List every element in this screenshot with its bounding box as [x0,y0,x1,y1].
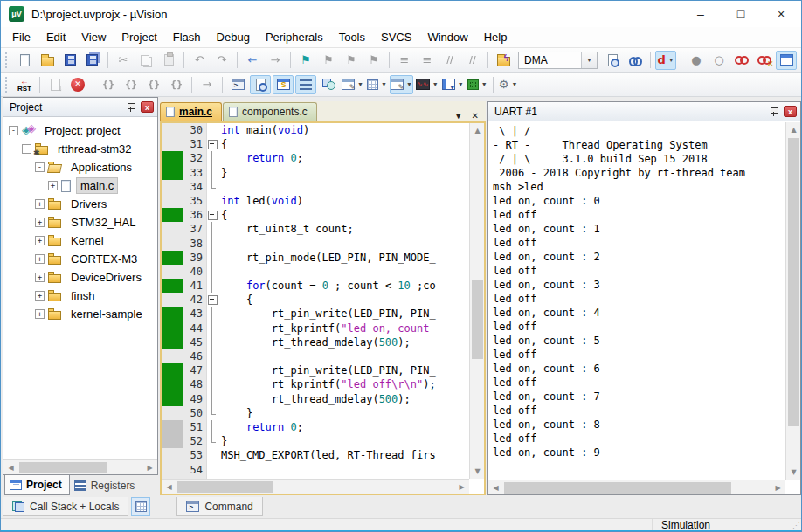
trace-windows-button[interactable]: ▼ [341,75,364,94]
reset-cpu-button[interactable]: RST [14,75,35,94]
translate-file-button[interactable] [602,51,623,70]
expand-icon[interactable]: + [35,236,45,245]
scroll-left-icon[interactable]: ◀ [3,460,18,475]
target-select[interactable]: DMA▼ [518,52,598,69]
memory-window-button[interactable] [131,497,150,516]
scroll-down-icon[interactable]: ▼ [786,465,801,480]
uart-panel-close-icon[interactable]: x [784,106,797,117]
expand-icon[interactable]: + [35,254,45,264]
disable-all-breakpoints-button[interactable] [731,51,752,70]
open-file-button[interactable] [37,51,58,70]
uart-vscrollbar[interactable]: ▲ ▼ [785,122,800,480]
find-in-files-button[interactable] [625,51,646,70]
scroll-down-icon[interactable]: ▼ [470,464,485,479]
menu-tools[interactable]: Tools [331,28,373,46]
manage-windows-button[interactable] [776,51,797,70]
logic-analyzer-dropdown-icon[interactable]: ▼ [432,81,439,87]
menu-file[interactable]: File [4,28,38,46]
project-tree-hscrollbar[interactable]: ◀ ▶ [3,459,157,474]
tree-item-devicedrivers[interactable]: +DeviceDrivers [3,268,157,287]
system-viewer-button[interactable]: ▼ [441,75,465,94]
menu-flash[interactable]: Flash [165,28,209,46]
tree-item-rtthread-stm32[interactable]: -✱rtthread-stm32 [3,140,157,158]
tree-item-main-c[interactable]: +main.c [3,176,157,195]
scroll-right-icon[interactable]: ▶ [454,480,469,494]
menu-svcs[interactable]: SVCS [373,28,419,46]
menu-view[interactable]: View [73,28,114,46]
pin-icon[interactable] [126,102,136,113]
serial-windows-button[interactable] [295,75,316,94]
scroll-thumb[interactable] [177,481,273,493]
logic-analyzer-button[interactable]: ▼ [415,75,439,94]
menu-edit[interactable]: Edit [38,28,73,46]
menu-help[interactable]: Help [476,28,515,46]
peripheral-dialogs-button[interactable]: ▼ [467,75,488,94]
uart-output[interactable]: \ | /- RT - Thread Operating System / | … [488,124,785,480]
toolbox-button[interactable]: ⚙▼ [498,75,519,94]
code-editor[interactable]: 30int main(void)31{32 return 0;33}3435in… [162,123,469,479]
tab-close-icon[interactable]: ✕ [472,111,479,121]
expand-icon[interactable]: + [35,291,45,301]
memory-windows-dropdown-icon[interactable]: ▼ [381,81,387,87]
save-all-button[interactable] [82,51,103,70]
tree-item-project-project[interactable]: -Project: project [3,121,157,140]
menu-debug[interactable]: Debug [209,28,258,46]
scroll-left-icon[interactable]: ◀ [162,480,176,494]
scroll-up-icon[interactable]: ▲ [786,122,801,137]
expand-icon[interactable]: + [48,181,58,190]
watch-windows-button[interactable]: ▼ [390,75,413,94]
watch-windows-dropdown-icon[interactable]: ▼ [406,81,412,87]
scroll-right-icon[interactable]: ▶ [771,480,785,495]
fold-marker[interactable] [207,208,218,222]
fold-marker[interactable] [207,293,218,307]
new-file-button[interactable] [14,51,35,70]
uart-hscrollbar[interactable]: ◀ ▶ [488,480,785,494]
command-tab[interactable]: Command [176,497,262,516]
scroll-up-icon[interactable]: ▲ [470,123,485,138]
maximize-button[interactable]: □ [721,1,761,27]
enable-disable-breakpoint-button[interactable]: ○ [709,51,729,70]
target-select-dropdown-icon[interactable]: ▼ [581,52,597,68]
find-text-button[interactable]: d▼ [655,51,676,70]
scroll-left-icon[interactable]: ◀ [488,480,503,495]
resize-grip[interactable]: ⋰ [792,522,801,530]
project-panel-close-icon[interactable]: x [141,101,154,113]
system-viewer-dropdown-icon[interactable]: ▼ [458,81,464,87]
editor-tab-components-c[interactable]: components.c [223,102,317,121]
tab-project[interactable]: Project [4,475,70,495]
editor-vscrollbar[interactable]: ▲ ▼ [469,123,484,479]
peripheral-dialogs-dropdown-icon[interactable]: ▼ [481,81,487,87]
editor-tab-main-c[interactable]: main.c [160,102,222,121]
scroll-thumb[interactable] [788,138,799,426]
tree-item-applications[interactable]: -Applications [3,158,157,176]
fold-marker[interactable] [207,137,218,151]
menu-peripherals[interactable]: Peripherals [258,28,331,46]
memory-windows-button[interactable]: ▼ [366,75,388,94]
toolbox-dropdown-icon[interactable]: ▼ [511,81,517,87]
expand-icon[interactable]: - [22,144,31,154]
insert-bookmark-button[interactable]: ⚑ [295,51,316,70]
disassembly-window-button[interactable] [250,75,271,94]
tree-item-drivers[interactable]: +Drivers [3,195,157,213]
tree-item-kernel[interactable]: +Kernel [3,231,157,250]
scroll-thumb[interactable] [19,462,107,473]
call-stack-tab[interactable]: Call Stack + Locals [3,497,128,516]
menu-project[interactable]: Project [114,28,164,46]
tree-item-finsh[interactable]: +finsh [3,287,157,305]
expand-icon[interactable]: + [35,218,45,227]
flash-download-button[interactable] [493,51,514,70]
tree-item-kernel-sample[interactable]: +kernel-sample [3,305,157,323]
symbols-window-button[interactable] [273,75,294,94]
toggle-breakpoint-button[interactable]: ● [686,51,707,70]
tab-list-icon[interactable]: ▼ [454,111,463,121]
analysis-windows-button[interactable] [318,75,339,94]
expand-icon[interactable]: + [35,309,45,319]
save-button[interactable] [59,51,80,70]
expand-icon[interactable]: + [35,273,45,282]
expand-icon[interactable]: + [35,199,45,209]
trace-windows-dropdown-icon[interactable]: ▼ [357,81,363,87]
tree-item-stm32-hal[interactable]: +STM32_HAL [3,213,157,231]
scroll-thumb[interactable] [472,280,483,359]
scroll-right-icon[interactable]: ▶ [142,460,157,475]
scroll-thumb[interactable] [504,482,731,494]
